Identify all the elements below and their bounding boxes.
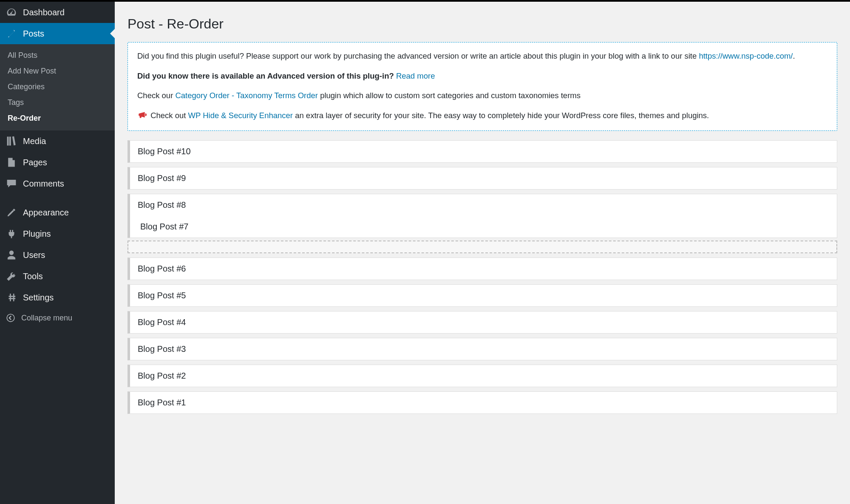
notice-paragraph: Did you know there is available an Advan… [137, 70, 827, 82]
item-title: Blog Post #4 [138, 317, 186, 327]
menu-label: Settings [23, 293, 54, 303]
collapse-label: Collapse menu [21, 314, 72, 323]
read-more-link[interactable]: Read more [396, 71, 435, 80]
plugins-icon [6, 228, 17, 239]
sortable-item[interactable]: Blog Post #1 [128, 391, 837, 414]
appearance-icon [6, 207, 17, 218]
menu-posts[interactable]: Posts [0, 23, 115, 44]
collapse-menu[interactable]: Collapse menu [0, 308, 115, 328]
item-title: Blog Post #3 [138, 344, 186, 354]
sortable-list: Blog Post #10 Blog Post #9 Blog Post #8 … [128, 140, 837, 414]
submenu-reorder[interactable]: Re-Order [0, 110, 115, 126]
menu-comments[interactable]: Comments [0, 173, 115, 194]
nsp-code-link[interactable]: https://www.nsp-code.com/ [699, 51, 793, 60]
item-title: Blog Post #10 [138, 147, 191, 156]
item-title-row: Blog Post #7 [128, 216, 837, 238]
plugin-notice: Did you find this plugin useful? Please … [128, 42, 837, 131]
sortable-item[interactable]: Blog Post #2 [128, 365, 837, 387]
menu-label: Tools [23, 272, 43, 281]
notice-text: an extra layer of security for your site… [295, 111, 709, 120]
sortable-item[interactable]: Blog Post #5 [128, 284, 837, 307]
menu-label: Users [23, 250, 45, 260]
layout: Dashboard Posts All Posts Add New Post C… [0, 2, 850, 504]
users-icon [6, 249, 17, 260]
item-title-row: Blog Post #8 [130, 194, 837, 216]
notice-text: plugin which allow to custom sort catego… [320, 91, 581, 100]
admin-menu: Dashboard Posts All Posts Add New Post C… [0, 2, 115, 328]
pin-icon [6, 28, 17, 39]
item-title: Blog Post #9 [138, 173, 186, 183]
media-icon [6, 136, 17, 147]
submenu-tags[interactable]: Tags [0, 95, 115, 110]
item-title: Blog Post #8 [138, 200, 186, 210]
notice-paragraph: Did you find this plugin useful? Please … [137, 50, 827, 62]
menu-appearance[interactable]: Appearance [0, 202, 115, 223]
menu-separator [0, 194, 115, 202]
item-title: Blog Post #6 [138, 264, 186, 273]
notice-paragraph: Check out WP Hide & Security Enhancer an… [137, 110, 827, 122]
menu-tools[interactable]: Tools [0, 266, 115, 287]
menu-label: Media [23, 136, 46, 146]
submenu-categories[interactable]: Categories [0, 79, 115, 95]
sortable-item[interactable]: Blog Post #9 [128, 167, 837, 190]
submenu-all-posts[interactable]: All Posts [0, 48, 115, 63]
menu-plugins[interactable]: Plugins [0, 223, 115, 244]
menu-label: Pages [23, 158, 47, 167]
notice-text: . [793, 51, 795, 60]
sortable-item[interactable]: Blog Post #6 [128, 258, 837, 280]
sortable-item[interactable]: Blog Post #3 [128, 338, 837, 360]
admin-sidebar: Dashboard Posts All Posts Add New Post C… [0, 2, 115, 504]
item-title: Blog Post #2 [138, 371, 186, 380]
svg-point-0 [7, 314, 14, 322]
submenu-add-new[interactable]: Add New Post [0, 63, 115, 79]
menu-pages[interactable]: Pages [0, 152, 115, 173]
item-title: Blog Post #7 [140, 222, 188, 231]
settings-icon [6, 292, 17, 303]
dashboard-icon [6, 7, 17, 18]
menu-label: Dashboard [23, 8, 65, 17]
comments-icon [6, 178, 17, 189]
notice-text: Check our [137, 91, 175, 100]
menu-label: Plugins [23, 229, 51, 239]
menu-label: Posts [23, 29, 44, 39]
wp-hide-link[interactable]: WP Hide & Security Enhancer [188, 111, 293, 120]
submenu-posts: All Posts Add New Post Categories Tags R… [0, 44, 115, 130]
item-title: Blog Post #5 [138, 291, 186, 300]
sortable-item[interactable]: Blog Post #4 [128, 311, 837, 334]
sortable-item[interactable]: Blog Post #10 [128, 140, 837, 163]
tools-icon [6, 271, 17, 282]
item-title: Blog Post #1 [138, 398, 186, 407]
notice-paragraph: Check our Category Order - Taxonomy Term… [137, 90, 827, 102]
menu-label: Comments [23, 179, 64, 189]
menu-users[interactable]: Users [0, 244, 115, 266]
notice-text: Did you find this plugin useful? Please … [137, 51, 699, 60]
menu-label: Appearance [23, 208, 69, 218]
pages-icon [6, 157, 17, 168]
sortable-item-dragging-group[interactable]: Blog Post #8 Blog Post #7 [128, 194, 837, 238]
bullhorn-icon [137, 110, 147, 119]
content: Post - Re-Order Did you find this plugin… [115, 2, 850, 504]
drop-placeholder[interactable] [128, 241, 837, 253]
page-title: Post - Re-Order [128, 16, 837, 32]
notice-strong: Did you know there is available an Advan… [137, 71, 394, 80]
menu-settings[interactable]: Settings [0, 287, 115, 308]
notice-text: Check out [150, 111, 188, 120]
category-order-link[interactable]: Category Order - Taxonomy Terms Order [175, 91, 318, 100]
menu-media[interactable]: Media [0, 130, 115, 152]
collapse-icon [6, 313, 15, 323]
menu-dashboard[interactable]: Dashboard [0, 2, 115, 23]
